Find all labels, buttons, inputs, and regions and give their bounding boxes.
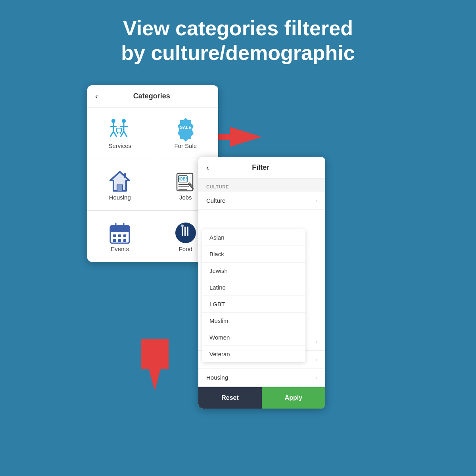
- headline-line1: View categories filtered: [123, 17, 353, 40]
- headline-line2: by culture/demographic: [121, 41, 355, 64]
- category-for-sale[interactable]: SALE For Sale: [153, 107, 219, 159]
- jobs-label: Jobs: [179, 194, 192, 201]
- forsale-icon: SALE: [173, 117, 198, 142]
- categories-title: Categories: [103, 92, 201, 100]
- svg-rect-30: [110, 226, 129, 232]
- svg-point-43: [180, 225, 184, 227]
- screens-container: ‹ Categories: [0, 77, 476, 434]
- filter-row-housing-label: Housing: [206, 374, 315, 381]
- events-label: Events: [111, 246, 129, 252]
- category-housing[interactable]: Housing: [87, 159, 153, 210]
- svg-rect-40: [182, 226, 183, 236]
- food-label: Food: [179, 246, 192, 252]
- svg-rect-41: [184, 226, 186, 236]
- filter-row-housing-arrow-icon: ›: [315, 374, 317, 380]
- svg-point-2: [111, 119, 115, 123]
- svg-line-4: [110, 131, 113, 137]
- food-icon: [173, 220, 198, 246]
- dropdown-item-black[interactable]: Black: [202, 246, 305, 263]
- services-label: Services: [108, 142, 131, 149]
- filter-row-2-arrow-icon: ›: [315, 338, 317, 345]
- culture-filter-row[interactable]: Culture ›: [198, 192, 325, 210]
- housing-label: Housing: [109, 194, 131, 201]
- svg-text:SALE: SALE: [180, 125, 191, 130]
- filter-screen: ‹ Filter CULTURE Culture › Asian Black J…: [198, 157, 325, 409]
- svg-rect-19: [117, 185, 122, 191]
- culture-row-label: Culture: [206, 197, 315, 204]
- filter-back-button[interactable]: ‹: [206, 163, 209, 172]
- dropdown-item-lgbt[interactable]: LGBT: [202, 296, 305, 313]
- culture-row-arrow-icon: ›: [315, 197, 317, 203]
- arrow-down-icon: [139, 339, 171, 391]
- svg-rect-37: [118, 239, 121, 242]
- dropdown-item-women[interactable]: Women: [202, 329, 305, 346]
- categories-back-button[interactable]: ‹: [95, 92, 98, 101]
- culture-section-label: CULTURE: [198, 179, 325, 192]
- svg-line-10: [124, 131, 127, 137]
- svg-point-13: [117, 132, 118, 134]
- dropdown-item-veteran[interactable]: Veteran: [202, 346, 305, 362]
- filter-buttons: Reset Apply: [198, 387, 325, 409]
- svg-rect-35: [123, 234, 126, 237]
- categories-header: ‹ Categories: [87, 85, 218, 107]
- dropdown-item-latino[interactable]: Latino: [202, 279, 305, 296]
- housing-icon: [107, 169, 132, 194]
- apply-button[interactable]: Apply: [262, 387, 325, 409]
- svg-line-5: [113, 131, 117, 137]
- svg-point-14: [120, 132, 121, 134]
- svg-rect-34: [118, 234, 121, 237]
- dropdown-item-asian[interactable]: Asian: [202, 229, 305, 246]
- svg-rect-42: [187, 226, 188, 236]
- dropdown-item-jewish[interactable]: Jewish: [202, 263, 305, 279]
- svg-rect-38: [123, 239, 126, 242]
- svg-point-7: [122, 119, 126, 123]
- page-background: View categories filtered by culture/demo…: [0, 0, 476, 434]
- reset-button[interactable]: Reset: [198, 387, 262, 409]
- svg-rect-36: [113, 239, 116, 242]
- svg-rect-20: [124, 173, 126, 178]
- headline: View categories filtered by culture/demo…: [0, 0, 476, 77]
- services-icon: [107, 117, 132, 142]
- category-events[interactable]: Events: [87, 211, 153, 262]
- svg-rect-12: [117, 128, 121, 132]
- events-icon: [107, 220, 132, 246]
- jobs-icon: JOBS: [173, 169, 198, 194]
- svg-text:JOBS: JOBS: [177, 177, 188, 181]
- culture-dropdown: Asian Black Jewish Latino LGBT Muslim Wo…: [202, 229, 305, 362]
- category-services[interactable]: Services: [87, 107, 153, 159]
- svg-marker-1: [141, 339, 169, 391]
- filter-row-housing[interactable]: Housing ›: [198, 369, 325, 387]
- dropdown-item-muslim[interactable]: Muslim: [202, 313, 305, 329]
- for-sale-label: For Sale: [174, 142, 197, 149]
- filter-title: Filter: [214, 163, 308, 172]
- filter-row-3-arrow-icon: ›: [315, 356, 317, 363]
- filter-header: ‹ Filter: [198, 157, 325, 179]
- svg-rect-33: [113, 234, 116, 237]
